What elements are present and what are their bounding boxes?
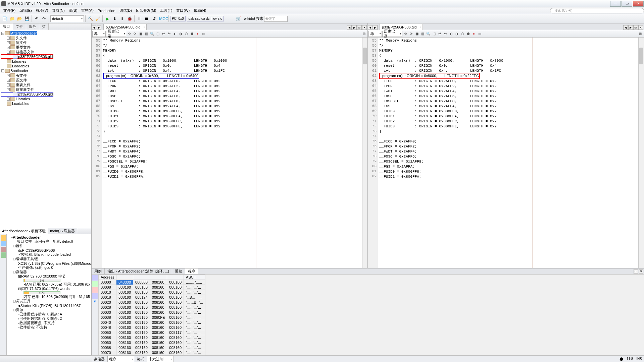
- ed-icon[interactable]: ◐: [172, 31, 178, 37]
- ed-icon[interactable]: ▣: [414, 31, 419, 37]
- mem-store-combo[interactable]: 程序: [107, 356, 134, 362]
- code-right[interactable]: ** Memory Regions */ MEMORY { data (a!xr…: [378, 38, 638, 268]
- menu-nav[interactable]: 导航(N): [50, 7, 66, 14]
- ed-split-icon[interactable]: ⊞: [361, 31, 367, 37]
- maximize-button[interactable]: ▭: [622, 1, 632, 7]
- ed-close-icon[interactable]: ✕: [362, 25, 367, 30]
- tree-b-sources[interactable]: 源文件: [16, 78, 27, 83]
- ed2-min-icon[interactable]: ◀: [623, 25, 628, 30]
- close-button[interactable]: ✕: [633, 1, 644, 7]
- dashboard-tab[interactable]: AfterBootloader - 项目环境: [0, 228, 48, 234]
- vscroll-right[interactable]: [638, 38, 644, 268]
- tree-b-loadables[interactable]: Loadables: [12, 102, 29, 106]
- ed-max-icon[interactable]: ▶: [352, 25, 357, 30]
- tab-services[interactable]: 服务: [26, 23, 39, 30]
- ed-icon[interactable]: ⬚: [155, 31, 160, 37]
- run-icon[interactable]: ▶: [104, 15, 111, 22]
- debug-icon[interactable]: 🐞: [126, 15, 133, 22]
- ed2-max-icon[interactable]: ▶: [628, 25, 633, 30]
- ed-icon[interactable]: ⬡: [184, 31, 189, 37]
- menu-tools[interactable]: 工具(T): [158, 7, 174, 14]
- bp-dock-icon[interactable]: ▭: [634, 269, 638, 274]
- ed-nav-left-icon[interactable]: ◀: [92, 25, 96, 30]
- tree-headers[interactable]: 头文件: [16, 36, 27, 41]
- mcc-icon[interactable]: MCC: [160, 15, 167, 22]
- ed-icon[interactable]: ⬚: [431, 31, 437, 37]
- ed-icon[interactable]: ⬢: [465, 31, 471, 37]
- tree-gld-file-2[interactable]: p33EP256GP506.gld: [18, 92, 53, 96]
- upload-icon[interactable]: ⬆: [119, 15, 126, 22]
- ed-icon[interactable]: ◑: [178, 31, 183, 37]
- project-tree[interactable]: −AfterBootloader +头文件 +源文件 +重要文件 −链接器文件 …: [0, 30, 91, 228]
- ed-icon[interactable]: ⬢: [189, 31, 195, 37]
- source-combo[interactable]: 源: [92, 31, 106, 37]
- ed2-dock-icon[interactable]: ▭: [633, 25, 638, 30]
- ed-nav-right-icon[interactable]: ▶: [97, 25, 101, 30]
- memory-table[interactable]: AddressASCII0000004800000000000816000816…: [98, 275, 644, 355]
- ed-icon[interactable]: ▤: [144, 31, 149, 37]
- mem-icon1[interactable]: [92, 275, 98, 281]
- tree-b-libraries[interactable]: Libraries: [16, 97, 30, 101]
- ed-icon[interactable]: ⇆: [166, 31, 172, 37]
- tab-usages[interactable]: 用例: [92, 268, 105, 274]
- new-file-icon[interactable]: 📄: [1, 15, 8, 22]
- navigator-tab[interactable]: main() - 导航器: [48, 228, 77, 234]
- undo-icon[interactable]: ↶: [33, 15, 40, 22]
- tab-classes[interactable]: 类: [39, 23, 49, 30]
- ed-icon[interactable]: ◑: [454, 31, 459, 37]
- ed-min-icon[interactable]: ◀: [347, 25, 352, 30]
- ed2-close-icon[interactable]: ✕: [638, 25, 643, 30]
- menu-source[interactable]: 源(S): [67, 7, 80, 14]
- ed-dock-icon[interactable]: ▭: [357, 25, 362, 30]
- ed-icon[interactable]: ◐: [448, 31, 454, 37]
- reset-icon[interactable]: ↺: [151, 15, 157, 22]
- ed-icon[interactable]: ⇆: [443, 31, 448, 37]
- tree-libraries[interactable]: Libraries: [12, 59, 26, 63]
- ed-icon[interactable]: ⟲: [127, 31, 132, 37]
- bp-close-icon[interactable]: ✕: [639, 269, 643, 274]
- close-tab-icon[interactable]: ×: [420, 25, 422, 28]
- menu-view[interactable]: 视图(V): [34, 7, 50, 14]
- ed-stop-icon[interactable]: ●: [471, 31, 477, 37]
- tree-linker[interactable]: 链接器文件: [16, 50, 34, 55]
- ed-icon[interactable]: ▭: [477, 31, 482, 37]
- vscroll-left[interactable]: [362, 38, 367, 268]
- ed2-nav-left-icon[interactable]: ◀: [368, 25, 373, 30]
- pause-icon[interactable]: ⏸: [136, 15, 143, 22]
- tree-root-bootloader[interactable]: Bootloader: [10, 69, 28, 73]
- menu-edit[interactable]: 编辑(E): [17, 7, 34, 14]
- stop-icon[interactable]: ⏹: [143, 15, 150, 22]
- ed-icon[interactable]: ▣: [138, 31, 143, 37]
- history-combo[interactable]: 历史记录: [106, 31, 126, 37]
- tree-root-afterbootloader[interactable]: AfterBootloader: [10, 31, 37, 35]
- redo-icon[interactable]: ↷: [41, 15, 47, 22]
- ed-stop-icon[interactable]: ●: [195, 31, 200, 37]
- mem-format-combo[interactable]: 十六进制: [147, 356, 174, 362]
- refresh-icon[interactable]: [1, 235, 6, 241]
- menu-production[interactable]: Production: [96, 8, 117, 13]
- global-search[interactable]: 搜索 (Ctrl+I): [550, 8, 644, 13]
- menu-refactor[interactable]: 重构(A): [79, 7, 96, 14]
- ed-icon[interactable]: ⟲: [403, 31, 408, 37]
- tree-b-linker[interactable]: 链接器文件: [16, 87, 34, 92]
- close-tab-icon[interactable]: ×: [144, 25, 145, 28]
- download-icon[interactable]: ⬇: [111, 15, 118, 22]
- mem-icon4[interactable]: [92, 293, 98, 299]
- chip-icon[interactable]: [1, 247, 6, 252]
- clean-build-icon[interactable]: 🧹: [94, 15, 101, 22]
- source-combo[interactable]: 源: [368, 31, 382, 37]
- cart-icon[interactable]: 🛒: [235, 15, 242, 22]
- ed-icon[interactable]: ▭: [201, 31, 206, 37]
- history-combo[interactable]: 历史记录: [382, 31, 402, 37]
- conf-icon[interactable]: [1, 241, 6, 246]
- tree-loadables[interactable]: Loadables: [12, 64, 29, 68]
- mem-icon2[interactable]: [92, 281, 98, 287]
- ed-icon[interactable]: ⬡: [460, 31, 465, 37]
- ed-icon[interactable]: 🔍: [149, 31, 155, 37]
- menu-debug[interactable]: 调试(D): [117, 7, 134, 14]
- code-left[interactable]: ** Memory Regions */ MEMORY { data (a!xr…: [102, 38, 362, 268]
- wikidot-search[interactable]: [264, 16, 288, 22]
- minimize-button[interactable]: —: [610, 1, 621, 7]
- tree-b-important[interactable]: 重要文件: [16, 82, 31, 87]
- tab-files[interactable]: 文件: [13, 23, 26, 30]
